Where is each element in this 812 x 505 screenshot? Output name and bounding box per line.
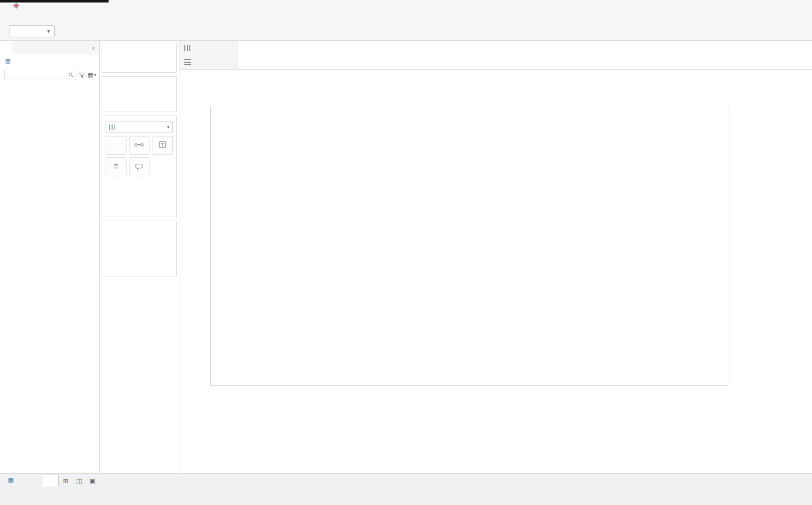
new-worksheet-button[interactable]: ⊞ — [59, 475, 72, 487]
view-as-icon[interactable]: ▦▾ — [88, 72, 96, 79]
marks-color-row — [106, 181, 173, 191]
title-bar — [0, 0, 812, 11]
colour-button[interactable] — [106, 136, 127, 155]
chart-column-header — [210, 96, 728, 106]
colour-dots-icon — [106, 183, 112, 189]
tables-header — [0, 83, 99, 89]
rows-icon — [184, 59, 191, 65]
new-story-button[interactable]: ▣ — [86, 475, 99, 487]
x-axis-labels — [210, 385, 728, 421]
collapse-panel-button[interactable]: ‹ — [88, 41, 99, 54]
detail-button[interactable]: ≣ — [106, 157, 127, 176]
marks-buttons: T ≣ — [106, 136, 173, 176]
columns-shelf[interactable] — [179, 41, 812, 55]
tab-data[interactable] — [0, 41, 12, 54]
new-dashboard-button[interactable]: ◫ — [72, 475, 86, 487]
colour-dots-icon — [113, 142, 119, 147]
toolbar: ▼ — [0, 22, 812, 41]
chevron-down-icon: ▼ — [46, 29, 51, 34]
rows-shelf[interactable] — [179, 55, 812, 70]
window-edge-artifact — [0, 0, 109, 2]
columns-shelf-label — [179, 41, 238, 55]
detail-icon: ≣ — [114, 163, 119, 169]
marks-card[interactable]: ▾ T ≣ — [102, 116, 177, 217]
data-panel: ‹ — [0, 41, 100, 473]
label-icon: T — [159, 141, 166, 148]
chevron-down-icon: ▾ — [94, 73, 96, 77]
rows-pill-area[interactable] — [238, 55, 812, 69]
search-row: ▦▾ — [0, 68, 99, 83]
menu-bar — [0, 11, 812, 22]
worksheet-area — [179, 70, 812, 473]
tooltip-icon — [135, 164, 142, 168]
database-icon — [4, 58, 11, 65]
viz-area — [179, 41, 812, 473]
label-button[interactable]: T — [152, 136, 173, 155]
funnel-icon — [79, 72, 85, 78]
data-panel-tabs: ‹ — [0, 41, 99, 54]
columns-icon — [184, 45, 191, 51]
chevron-down-icon: ▾ — [167, 125, 169, 129]
filters-card[interactable] — [102, 76, 177, 112]
mark-type-dropdown[interactable]: ▾ — [106, 122, 173, 132]
rows-shelf-label — [179, 55, 238, 69]
marks-color-pill[interactable] — [115, 181, 170, 191]
datasource-item[interactable] — [0, 54, 99, 68]
measure-values-card[interactable] — [102, 221, 177, 276]
search-icon — [68, 72, 74, 78]
size-icon — [135, 142, 143, 147]
data-grid-icon: ▦ — [8, 477, 13, 484]
tableau-logo-icon — [13, 2, 19, 9]
tab-data-source[interactable]: ▦ — [3, 474, 22, 487]
fit-mode-dropdown[interactable]: ▼ — [9, 25, 55, 37]
search-input[interactable] — [4, 70, 76, 80]
size-button[interactable] — [129, 136, 150, 155]
tab-analytics[interactable] — [12, 41, 24, 54]
status-bar — [0, 487, 812, 505]
pages-card[interactable] — [102, 43, 177, 73]
columns-pill-area[interactable] — [238, 41, 812, 55]
chart — [210, 96, 728, 421]
tab-sheet-1[interactable] — [42, 475, 59, 487]
sheet-tab-bar: ▦ ⊞ ◫ ▣ — [0, 473, 812, 487]
tableau-app: ▼ ‹ — [0, 0, 812, 505]
search-field[interactable] — [7, 72, 49, 78]
bar-chart-icon — [109, 125, 115, 130]
filter-fields-icon[interactable] — [79, 72, 85, 78]
tooltip-button[interactable] — [129, 157, 150, 176]
cards-panel: ▾ T ≣ — [100, 41, 179, 473]
grid-icon: ▦ — [88, 72, 93, 79]
chart-plot[interactable] — [210, 106, 728, 385]
